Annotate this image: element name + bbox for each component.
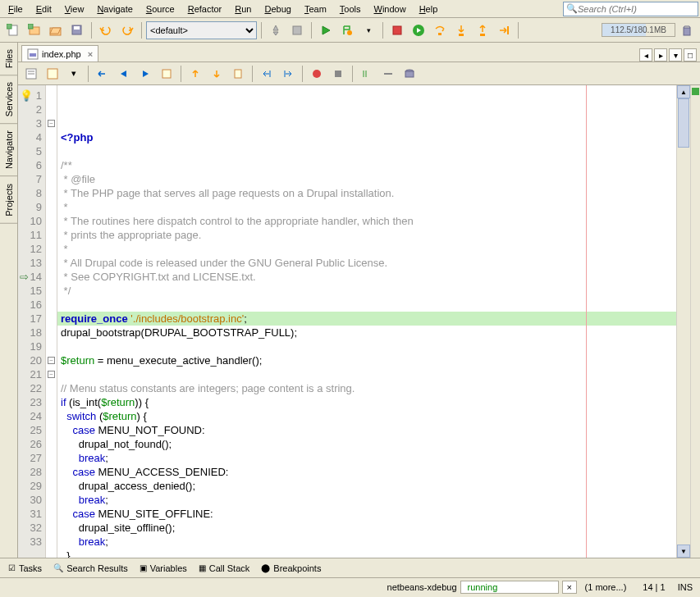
macro-record-button[interactable] [307, 64, 327, 84]
bottom-tab-variables[interactable]: ▣Variables [135, 562, 192, 575]
clean-build-button[interactable] [287, 21, 307, 40]
profile-button[interactable]: ▾ [359, 21, 378, 40]
main-toolbar: <default> ▾ 112.5/180.1MB [0, 18, 700, 43]
code-editor[interactable]: 💡12345678910111213⇨141516171819202122232… [18, 85, 700, 558]
svg-rect-15 [684, 28, 690, 35]
menu-view[interactable]: View [58, 2, 91, 16]
source-view-button[interactable] [21, 64, 41, 84]
bottom-tab-breakpoints[interactable]: ⬤Breakpoints [256, 562, 326, 575]
forward-button[interactable] [135, 64, 155, 84]
bottom-tab-call-stack[interactable]: ▦Call Stack [194, 562, 255, 575]
svg-rect-6 [74, 26, 80, 30]
menu-navigate[interactable]: Navigate [90, 2, 139, 16]
scroll-tabs-right-button[interactable]: ▸ [654, 48, 667, 62]
toggle-bookmark-button[interactable] [228, 64, 248, 84]
back-button[interactable] [114, 64, 134, 84]
save-all-button[interactable] [67, 21, 87, 40]
debug-button[interactable] [337, 21, 357, 40]
code-area[interactable]: <?php /** * @file * The PHP page that se… [57, 85, 676, 558]
sidebar-tab-files[interactable]: Files [0, 43, 17, 75]
step-over-button[interactable] [430, 21, 450, 40]
close-tab-button[interactable]: × [88, 49, 93, 59]
gc-button[interactable] [677, 21, 697, 40]
scroll-up-button[interactable]: ▲ [677, 85, 690, 98]
menu-help[interactable]: Help [413, 2, 445, 16]
menu-source[interactable]: Source [140, 2, 181, 16]
last-edit-button[interactable] [93, 64, 112, 84]
uncomment-button[interactable] [378, 64, 398, 84]
scroll-down-button[interactable]: ▼ [677, 545, 690, 558]
vertical-scrollbar[interactable]: ▲ ▼ [676, 85, 690, 558]
svg-rect-13 [480, 34, 485, 36]
svg-rect-17 [30, 53, 36, 57]
tab-icon: ⬤ [261, 563, 270, 572]
redo-button[interactable] [117, 21, 137, 40]
shift-right-button[interactable] [278, 64, 298, 84]
debugger-name: netbeans-xdebug [387, 582, 457, 592]
cursor-position: 14 | 1 [643, 582, 665, 592]
shift-left-button[interactable] [257, 64, 277, 84]
debugger-state: running [460, 581, 559, 594]
new-file-button[interactable] [3, 21, 23, 40]
macro-stop-button[interactable] [328, 64, 348, 84]
comment-button[interactable] [357, 64, 377, 84]
memory-indicator[interactable]: 112.5/180.1MB [602, 23, 675, 37]
history-button[interactable] [43, 64, 62, 84]
open-button[interactable] [46, 21, 66, 40]
find-selection-button[interactable] [157, 64, 176, 84]
scroll-tabs-left-button[interactable]: ◂ [639, 48, 652, 62]
error-stripe[interactable] [690, 85, 700, 558]
step-into-button[interactable] [451, 21, 471, 40]
global-search[interactable]: 🔍 [563, 2, 698, 16]
menu-refactor[interactable]: Refactor [181, 2, 229, 16]
menu-team[interactable]: Team [298, 2, 333, 16]
sidebar-tab-projects[interactable]: Projects [0, 177, 17, 224]
fold-gutter[interactable]: −−− [46, 85, 57, 558]
svg-point-8 [347, 30, 352, 35]
run-config-select[interactable]: <default> [146, 21, 257, 39]
step-out-button[interactable] [473, 21, 492, 40]
svg-rect-12 [459, 34, 464, 36]
php-icon [27, 48, 39, 60]
status-bar: netbeans-xdebug running × (1 more...) 14… [0, 577, 700, 595]
svg-rect-14 [507, 26, 509, 34]
insert-mode: INS [678, 582, 693, 592]
maximize-editor-button[interactable]: □ [684, 48, 697, 62]
tab-icon: 🔍 [53, 563, 63, 572]
svg-rect-27 [335, 71, 341, 77]
no-errors-icon [692, 88, 699, 95]
tab-icon: ▣ [140, 563, 147, 572]
sidebar-tab-services[interactable]: Services [0, 75, 17, 124]
continue-button[interactable] [409, 21, 428, 40]
sidebar-tab-navigator[interactable]: Navigator [0, 124, 17, 176]
menu-run[interactable]: Run [228, 2, 258, 16]
menu-edit[interactable]: Edit [30, 2, 58, 16]
line-gutter[interactable]: 💡12345678910111213⇨141516171819202122232… [18, 85, 46, 558]
menu-file[interactable]: File [2, 2, 30, 16]
menu-tools[interactable]: Tools [333, 2, 368, 16]
show-tabs-list-button[interactable]: ▾ [669, 48, 682, 62]
svg-rect-32 [405, 71, 414, 77]
menu-debug[interactable]: Debug [258, 2, 297, 16]
bottom-tab-search-results[interactable]: 🔍Search Results [48, 562, 133, 575]
next-bookmark-button[interactable] [207, 64, 226, 84]
close-session-button[interactable]: × [562, 581, 577, 594]
bottom-tab-tasks[interactable]: ☑Tasks [3, 562, 47, 575]
go-to-type-button[interactable] [400, 64, 419, 84]
diff-button[interactable]: ▾ [64, 64, 84, 84]
search-input[interactable] [578, 4, 695, 14]
build-button[interactable] [266, 21, 286, 40]
svg-rect-1 [7, 24, 11, 29]
prev-bookmark-button[interactable] [185, 64, 205, 84]
new-project-button[interactable] [25, 21, 44, 40]
scroll-thumb[interactable] [678, 98, 689, 148]
menu-window[interactable]: Window [368, 2, 413, 16]
run-to-cursor-button[interactable] [494, 21, 514, 40]
run-button[interactable] [316, 21, 336, 40]
editor-toolbar: ▾ [18, 62, 700, 85]
svg-rect-7 [293, 26, 301, 34]
undo-button[interactable] [96, 21, 116, 40]
more-notifications[interactable]: (1 more...) [585, 582, 627, 592]
file-tab[interactable]: index.php × [21, 45, 98, 62]
stop-button[interactable] [387, 21, 407, 40]
